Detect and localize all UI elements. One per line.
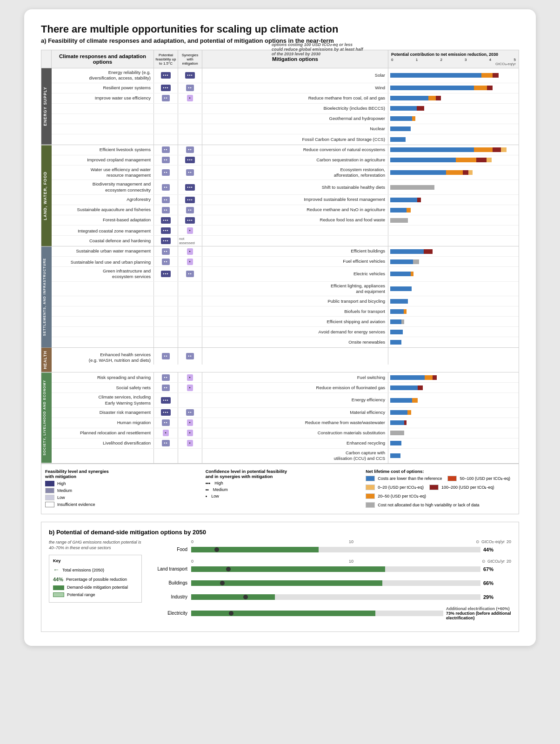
mitigation-cell: Efficient lighting, appliances and equip… xyxy=(202,282,388,296)
data-row: Improved cropland management •• ••• Carb… xyxy=(52,155,519,166)
mitigation-cell: Ecosystem restoration, afforestation, re… xyxy=(202,166,388,180)
mitigation-cell: Public transport and bicycling xyxy=(202,296,388,306)
data-row: Risk spreading and sharing •• • Fuel swi… xyxy=(52,372,519,383)
data-row: Sustainable aquaculture and fisheries ••… xyxy=(52,205,519,215)
dots-cell-feasibility: ••• xyxy=(154,68,178,83)
industry-pct: 29% xyxy=(483,594,511,600)
mitigation-cell: Wind xyxy=(202,83,388,93)
category-label-energy: ENERGY SUPPLY xyxy=(41,68,52,145)
data-row: Efficient shipping and aviation xyxy=(52,317,519,327)
chart-cell xyxy=(388,166,519,180)
dots-cell-feasibility: ••• xyxy=(154,83,178,93)
demand-row-transport: Land transport 67% xyxy=(149,565,511,574)
chart-cell xyxy=(388,383,519,392)
chart-cell xyxy=(388,296,519,306)
chart-cell xyxy=(388,114,519,124)
chart-cell xyxy=(388,449,519,463)
chart-cell xyxy=(388,83,519,93)
adapt-cell: Enhanced health services (e.g. WASH, nut… xyxy=(52,348,154,365)
mitigation-cell: Enhanced recycling xyxy=(202,438,388,448)
chart-cell xyxy=(388,393,519,407)
data-row: Water use efficiency and water resource … xyxy=(52,166,519,180)
ghg-note: the range of GHG emissions reduction pot… xyxy=(49,539,142,551)
adapt-cell-safety: Social safety nets xyxy=(52,383,154,392)
chart-cell xyxy=(388,317,519,326)
mitigation-cell: Construction materials substitution xyxy=(202,428,388,438)
data-row: Livelihood diversification •• • Enhanced… xyxy=(52,438,519,449)
data-row: Sustainable urban water management •• • … xyxy=(52,246,519,257)
legend-confidence: Confidence level in potential feasibilit… xyxy=(206,469,355,509)
adapt-cell: Resilient power systems xyxy=(52,83,154,93)
mitigation-cell-shipping: Efficient shipping and aviation xyxy=(202,317,388,326)
chart-cell xyxy=(388,428,519,438)
chart-cell xyxy=(388,438,519,448)
data-row: Integrated coastal zone management ••• • xyxy=(52,226,519,236)
category-settlements: SETTLEMENTS, AND INFRASTRUCTURE Sustaina… xyxy=(41,246,519,348)
adapt-cell xyxy=(52,104,154,113)
chart-cell xyxy=(388,408,519,418)
legend-feasibility: Feasibility level and synergieswith miti… xyxy=(45,469,194,509)
adapt-cell: Climate services, including Early Warnin… xyxy=(52,393,154,407)
demand-row-industry: Industry 29% xyxy=(149,592,511,602)
col-header-synergies: Synergies with mitigation xyxy=(178,50,202,68)
data-row: Green infrastructure and ecosystem servi… xyxy=(52,267,519,282)
key-box: Key ← Total emissions (2050) 44% Percent… xyxy=(49,555,142,603)
mitigation-cell-fuel-switching: Fuel switching xyxy=(202,372,388,382)
data-row: Avoid demand for energy services xyxy=(52,327,519,337)
chart-cell xyxy=(388,418,519,428)
data-row: Geothermal and hydropower xyxy=(52,114,519,124)
mitigation-cell: Reduce methane from coal, oil and gas xyxy=(202,93,388,103)
adapt-cell: Human migration xyxy=(52,418,154,428)
data-row: Biodiversity management and ecosystem co… xyxy=(52,180,519,195)
chart-cell xyxy=(388,104,519,113)
demand-row-buildings: Buildings 66% xyxy=(149,578,511,588)
data-row: Planned relocation and resettlement • • … xyxy=(52,428,519,438)
data-row: Carbon capture with utilisation (CCU) an… xyxy=(52,449,519,463)
category-content-settlements: Sustainable urban water management •• • … xyxy=(52,246,519,347)
col-header-chart: Potential contribution to net emission r… xyxy=(388,50,519,68)
dots-cell-synergies: ••• xyxy=(178,68,202,83)
adapt-cell: Biodiversity management and ecosystem co… xyxy=(52,180,154,194)
chart-cell xyxy=(388,68,519,83)
section-b-left: the range of GHG emissions reduction pot… xyxy=(49,539,142,625)
chart-cell xyxy=(388,246,519,256)
data-row: Energy reliability (e.g. diversification… xyxy=(52,68,519,83)
category-label-settlements: SETTLEMENTS, AND INFRASTRUCTURE xyxy=(41,246,52,347)
dots-cell-feasibility xyxy=(154,104,178,113)
dots-cell-synergies: •• xyxy=(178,83,202,93)
buildings-pct: 66% xyxy=(483,580,511,586)
chart-cell xyxy=(388,372,519,382)
mitigation-cell: Solar xyxy=(202,68,388,83)
category-content-society: Risk spreading and sharing •• • Fuel swi… xyxy=(52,372,519,463)
legend-section: Feasibility level and synergieswith miti… xyxy=(41,464,519,514)
mitigation-cell: Energy efficiency xyxy=(202,393,388,407)
adapt-cell: Sustainable aquaculture and fisheries xyxy=(52,205,154,215)
adapt-cell: Water use efficiency and water resource … xyxy=(52,166,154,180)
chart-cell xyxy=(388,180,519,194)
data-row: Climate services, including Early Warnin… xyxy=(52,393,519,408)
adapt-cell: Integrated coastal zone management xyxy=(52,226,154,235)
adapt-cell: Improved cropland management xyxy=(52,155,154,165)
data-row: Disaster risk management ••• •• Material… xyxy=(52,408,519,418)
col-header-adaptation: Climate responses and adaptation options xyxy=(52,50,154,68)
dots-cell-synergies xyxy=(178,104,202,113)
electricity-pct: Additional electrification (+60%) 73% re… xyxy=(446,606,511,620)
data-row: Social safety nets •• • Reduce emission … xyxy=(52,383,519,393)
category-label-health: HEALTH xyxy=(41,348,52,372)
chart-cell xyxy=(388,327,519,337)
section-a: Climate responses and adaptation options… xyxy=(41,50,519,514)
category-society: SOCIETY, LIVELIHOOD AND ECONOMY Risk spr… xyxy=(41,372,519,463)
adapt-cell: Disaster risk management xyxy=(52,408,154,418)
data-row: Improve water use efficiency •• • Reduce… xyxy=(52,93,519,104)
adapt-cell-risk: Risk spreading and sharing xyxy=(52,372,154,382)
data-row: Public transport and bicycling xyxy=(52,296,519,306)
col-header-feasibility: Potential feasibility up to 1.5°C xyxy=(154,50,178,68)
mitigation-cell: Nuclear xyxy=(202,124,388,134)
mitigation-cell: Electric vehicles xyxy=(202,267,388,281)
chart-cell xyxy=(388,337,519,347)
dots-cell-feasibility: •• xyxy=(154,93,178,103)
section-b-header: b) Potential of demand-side mitigation o… xyxy=(49,529,511,536)
chart-cell xyxy=(388,155,519,165)
high-label: High xyxy=(57,481,66,486)
chart-cell xyxy=(388,215,519,225)
